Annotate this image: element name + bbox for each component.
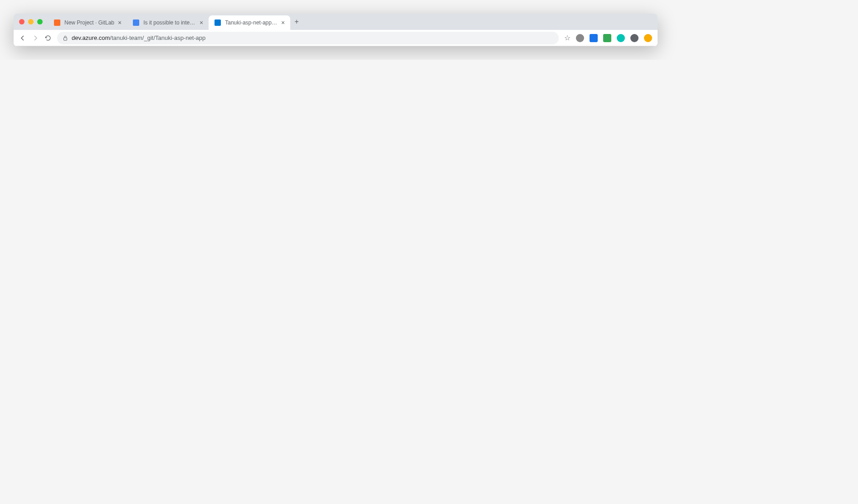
extension-icon[interactable] [576,34,584,42]
extension-icon[interactable] [590,34,598,42]
new-tab-button[interactable]: + [290,15,303,28]
url-box[interactable]: dev.azure.com/tanuki-team/_git/Tanuki-as… [57,32,559,44]
back-button[interactable] [19,34,26,42]
favicon [54,19,61,26]
browser-tab[interactable]: Is it possible to integrate betw× [127,15,209,30]
extension-icon[interactable] [644,34,652,42]
extension-icon[interactable] [603,34,611,42]
browser-tabs: New Project · GitLab×Is it possible to i… [48,14,290,30]
maximize-window-button[interactable] [37,19,43,24]
traffic-lights [19,19,43,24]
tab-title: Tanuki-asp-net-app - Repos [225,19,278,26]
window-titlebar: New Project · GitLab×Is it possible to i… [14,14,658,30]
url-path: /tanuki-team/_git/Tanuki-asp-net-app [110,34,205,41]
svg-rect-0 [64,38,67,40]
address-bar: dev.azure.com/tanuki-team/_git/Tanuki-as… [14,30,658,46]
extension-icons [576,34,652,42]
browser-tab[interactable]: Tanuki-asp-net-app - Repos× [209,15,290,30]
browser-window: New Project · GitLab×Is it possible to i… [14,14,658,46]
close-tab-icon[interactable]: × [200,19,203,26]
url-domain: dev.azure.com [72,34,110,41]
tab-title: Is it possible to integrate betw [143,19,196,26]
browser-tab[interactable]: New Project · GitLab× [48,15,127,30]
tab-title: New Project · GitLab [64,19,114,26]
close-window-button[interactable] [19,19,24,24]
reload-button[interactable] [44,34,52,42]
extension-icon[interactable] [617,34,625,42]
lock-icon [63,35,68,41]
profile-icon[interactable] [630,34,639,42]
close-tab-icon[interactable]: × [118,19,122,26]
forward-button[interactable] [32,34,39,42]
favicon [214,19,221,26]
favicon [132,19,140,26]
bookmark-star-icon[interactable]: ☆ [564,34,570,42]
minimize-window-button[interactable] [28,19,34,24]
close-tab-icon[interactable]: × [281,19,285,26]
